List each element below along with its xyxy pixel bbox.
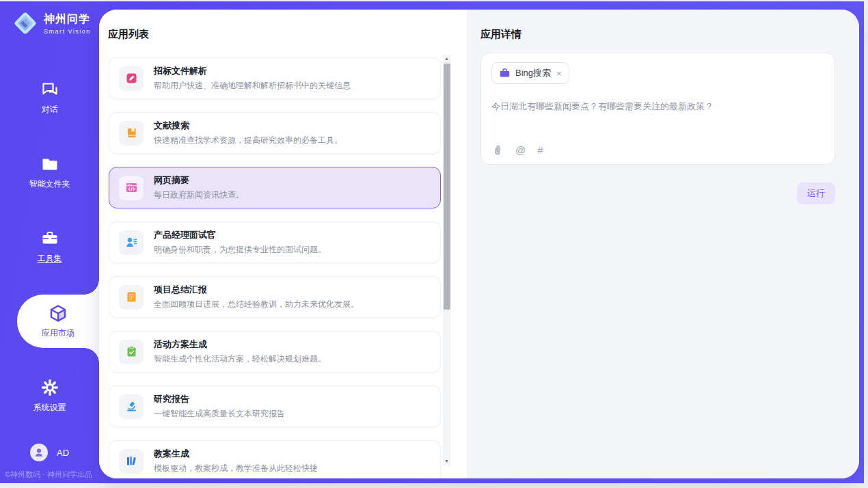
- mention-icon[interactable]: @: [515, 144, 526, 156]
- app-icon-box: [119, 394, 144, 419]
- app-name: 文献搜索: [154, 120, 342, 133]
- user-initials: AD: [57, 448, 69, 458]
- close-icon[interactable]: ×: [556, 68, 562, 79]
- toolbox-icon: [40, 229, 59, 248]
- app-card-pm-interviewer[interactable]: 产品经理面试官 明确身份和职责，为您提供专业性的面试问题。: [109, 221, 441, 263]
- app-detail-section: 应用详情 Bing搜索 × 今日湖北有哪些新闻要点？有哪些需要关注的最新政策？ …: [467, 10, 859, 478]
- app-list-title: 应用列表: [108, 28, 467, 41]
- app-icon-box: [119, 121, 144, 146]
- app-cards: 招标文件解析 帮助用户快速、准确地理解和解析招标书中的关键信息 文献搜索 快速精…: [109, 57, 441, 478]
- user-row[interactable]: AD: [0, 444, 99, 461]
- browser-code-icon: [125, 181, 138, 194]
- app-list-section: 应用列表 招标文件解析 帮助用户快速、准确地理解和解析招标书中的关键信息: [99, 10, 467, 478]
- app-name: 研究报告: [154, 393, 285, 406]
- app-detail-title: 应用详情: [480, 28, 835, 41]
- brand-text: 神州问学 Smart Vision: [44, 12, 91, 35]
- sidebar-item-smart-folder[interactable]: 智能文件夹: [0, 135, 99, 209]
- app-desc: 每日政府新闻资讯快查。: [154, 189, 244, 201]
- app-card-lesson-plan[interactable]: 教案生成 模板驱动，教案秒成，教学准备从此轻松快捷: [109, 440, 441, 478]
- app-card-project-summary[interactable]: 项目总结汇报 全面回顾项目进展，总结经验教训，助力未来优化发展。: [109, 276, 441, 318]
- microscope-icon: [125, 400, 138, 413]
- query-input-card[interactable]: Bing搜索 × 今日湖北有哪些新闻要点？有哪些需要关注的最新政策？ @ #: [480, 53, 835, 165]
- app-name: 活动方案生成: [154, 338, 326, 351]
- app-icon-box: [119, 449, 144, 474]
- sidebar-item-label: 工具集: [38, 253, 62, 265]
- app-desc: 帮助用户快速、准确地理解和解析招标书中的关键信息: [154, 79, 351, 92]
- briefcase-icon: [499, 68, 511, 79]
- run-button[interactable]: 运行: [797, 182, 835, 204]
- sidebar-nav: 对话 智能文件夹 工具集 应用市场 系统设置: [0, 60, 99, 433]
- app-card-bid-parsing[interactable]: 招标文件解析 帮助用户快速、准确地理解和解析招标书中的关键信息: [109, 57, 441, 99]
- clipboard-check-icon: [125, 345, 138, 358]
- scrollbar-down-arrow[interactable]: ▼: [443, 457, 450, 465]
- sidebar: 神州问学 Smart Vision 对话 智能文件夹 工具集: [0, 1, 99, 483]
- sidebar-item-label: 应用市场: [42, 327, 74, 339]
- app-icon-box: [119, 285, 144, 310]
- diamond-logo-icon: [12, 10, 38, 36]
- cube-icon: [48, 303, 68, 324]
- query-text[interactable]: 今日湖北有哪些新闻要点？有哪些需要关注的最新政策？: [491, 100, 824, 113]
- book-icon: [125, 126, 138, 139]
- app-name: 产品经理面试官: [154, 229, 326, 242]
- avatar: [30, 444, 48, 461]
- brand-name: 神州问学: [44, 12, 91, 27]
- sidebar-item-label: 智能文件夹: [29, 178, 70, 190]
- scrollbar-thumb[interactable]: [444, 64, 450, 310]
- sidebar-item-label: 对话: [42, 104, 58, 116]
- paperclip-icon[interactable]: [491, 144, 504, 156]
- folder-icon: [40, 154, 59, 174]
- app-desc: 模板驱动，教案秒成，教学准备从此轻松快捷: [154, 462, 318, 474]
- brand-logo: 神州问学 Smart Vision: [12, 10, 99, 36]
- app-desc: 全面回顾项目进展，总结经验教训，助力未来优化发展。: [154, 298, 359, 310]
- sidebar-item-app-market[interactable]: 应用市场: [0, 284, 99, 358]
- app-card-web-summary[interactable]: 网页摘要 每日政府新闻资讯快查。: [109, 167, 441, 208]
- list-scrollbar[interactable]: ▲ ▼: [443, 55, 450, 465]
- hashtag-icon[interactable]: #: [537, 144, 543, 156]
- interviewer-icon: [125, 236, 138, 249]
- tool-chip-label: Bing搜索: [515, 67, 551, 79]
- main-panel: 应用列表 招标文件解析 帮助用户快速、准确地理解和解析招标书中的关键信息: [99, 10, 859, 478]
- app-card-event-plan[interactable]: 活动方案生成 智能生成个性化活动方案，轻松解决规划难题。: [109, 331, 441, 372]
- edit-doc-icon: [125, 72, 138, 85]
- sidebar-item-settings[interactable]: 系统设置: [0, 358, 99, 433]
- app-name: 教案生成: [154, 448, 318, 461]
- books-icon: [125, 455, 138, 467]
- app-icon-box: [119, 340, 144, 364]
- note-icon: [125, 290, 138, 303]
- sidebar-item-chat[interactable]: 对话: [0, 60, 99, 135]
- app-name: 项目总结汇报: [154, 284, 359, 297]
- app-card-literature-search[interactable]: 文献搜索 快速精准查找学术资源，提高研究效率的必备工具。: [109, 112, 441, 154]
- run-row: 运行: [480, 182, 835, 204]
- app-desc: 一键智能生成高质量长文本研究报告: [154, 407, 285, 420]
- app-icon-box: [119, 66, 144, 91]
- app-name: 网页摘要: [154, 174, 244, 187]
- chat-icon: [40, 80, 59, 99]
- app-desc: 快速精准查找学术资源，提高研究效率的必备工具。: [154, 134, 342, 146]
- app-card-research-report[interactable]: 研究报告 一键智能生成高质量长文本研究报告: [109, 385, 441, 427]
- app-name: 招标文件解析: [154, 65, 351, 78]
- sidebar-item-label: 系统设置: [33, 402, 66, 414]
- copyright-footer: ©神州数码 · 神州问学出品: [5, 470, 92, 480]
- tool-chip-bing-search[interactable]: Bing搜索 ×: [491, 62, 569, 84]
- scrollbar-up-arrow[interactable]: ▲: [443, 55, 450, 63]
- active-nav-bubble[interactable]: 应用市场: [17, 295, 99, 348]
- sidebar-item-toolset[interactable]: 工具集: [0, 209, 99, 284]
- app-desc: 明确身份和职责，为您提供专业性的面试问题。: [154, 243, 326, 256]
- brand-subtitle: Smart Vision: [44, 28, 91, 35]
- app-icon-box: [119, 230, 144, 255]
- gear-icon: [40, 378, 59, 397]
- attachment-toolbar: @ #: [491, 144, 824, 156]
- app-icon-box: [119, 176, 144, 200]
- app-desc: 智能生成个性化活动方案，轻松解决规划难题。: [154, 353, 326, 365]
